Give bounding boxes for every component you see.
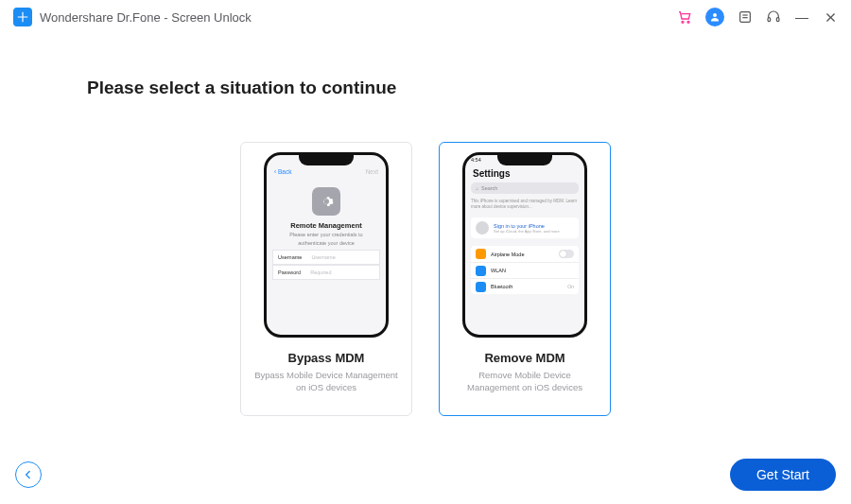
card-desc: Remove Mobile Device Management on iOS d… bbox=[447, 370, 602, 394]
feedback-icon[interactable] bbox=[738, 9, 753, 25]
get-start-button[interactable]: Get Start bbox=[730, 459, 836, 491]
svg-point-0 bbox=[682, 21, 684, 23]
bluetooth-row: Bluetooth On bbox=[471, 278, 579, 294]
nav-back: ‹ Back bbox=[274, 168, 291, 175]
wifi-icon bbox=[476, 266, 486, 276]
svg-point-2 bbox=[713, 13, 717, 17]
app-title: Wondershare Dr.Fone - Screen Unlock bbox=[40, 10, 677, 25]
minimize-button[interactable]: — bbox=[794, 9, 809, 25]
card-title: Remove MDM bbox=[484, 351, 564, 365]
option-cards: ‹ Back Next Remote Management Please ent… bbox=[87, 142, 764, 416]
svg-rect-3 bbox=[740, 12, 751, 23]
phone-nav-bar: ‹ Back Next bbox=[267, 168, 386, 175]
bypass-phone-illustration: ‹ Back Next Remote Management Please ent… bbox=[264, 152, 389, 338]
svg-rect-6 bbox=[768, 18, 771, 22]
bluetooth-icon bbox=[476, 282, 486, 292]
back-button[interactable] bbox=[15, 461, 42, 488]
username-field: UsernameUsername bbox=[272, 250, 380, 265]
support-icon[interactable] bbox=[766, 9, 781, 25]
account-icon[interactable] bbox=[705, 8, 724, 26]
card-bypass-mdm[interactable]: ‹ Back Next Remote Management Please ent… bbox=[240, 142, 412, 416]
remove-phone-illustration: 4:54 Settings ⌕ Search This iPhone is su… bbox=[462, 152, 587, 338]
search-icon: ⌕ Search bbox=[471, 182, 579, 194]
titlebar-controls: — bbox=[677, 8, 838, 26]
main-content: Please select a situation to continue ‹ … bbox=[0, 34, 851, 416]
svg-point-1 bbox=[687, 21, 689, 23]
card-desc: Bypass Mobile Device Management on iOS d… bbox=[249, 370, 404, 394]
phone-notch bbox=[299, 155, 354, 165]
settings-title: Settings bbox=[473, 168, 510, 179]
card-remove-mdm[interactable]: 4:54 Settings ⌕ Search This iPhone is su… bbox=[439, 142, 611, 416]
cart-icon[interactable] bbox=[677, 9, 692, 25]
close-button[interactable] bbox=[823, 9, 838, 25]
supervision-notice: This iPhone is supervised and managed by… bbox=[471, 199, 579, 210]
wlan-row: WLAN bbox=[471, 262, 579, 278]
card-title: Bypass MDM bbox=[288, 351, 365, 365]
footer: Get Start bbox=[0, 459, 851, 491]
remote-management-heading: Remote Management Please enter your cred… bbox=[267, 221, 386, 247]
title-bar: Wondershare Dr.Fone - Screen Unlock — bbox=[0, 0, 851, 34]
airplane-icon bbox=[476, 249, 486, 259]
svg-rect-7 bbox=[776, 18, 779, 22]
signin-row: Sign in to your iPhone Set up iCloud, th… bbox=[471, 217, 579, 238]
airplane-mode-row: Airplane Mode bbox=[471, 246, 579, 262]
nav-next: Next bbox=[366, 168, 378, 175]
page-heading: Please select a situation to continue bbox=[87, 78, 764, 98]
gear-icon bbox=[312, 187, 340, 216]
toggle-icon bbox=[559, 250, 574, 258]
phone-notch bbox=[497, 155, 552, 165]
app-logo-icon bbox=[13, 8, 32, 26]
password-field: PasswordRequired bbox=[272, 265, 380, 280]
avatar-icon bbox=[476, 221, 489, 235]
